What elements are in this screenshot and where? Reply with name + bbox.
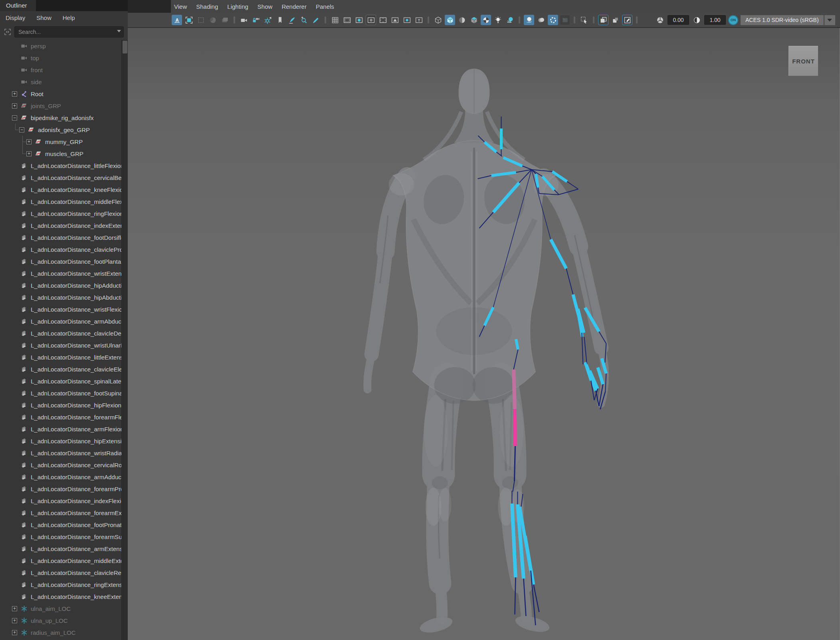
image-plane-icon[interactable] <box>560 15 570 25</box>
outliner-row[interactable]: L_adnLocatorDistance_armAdduction1 <box>0 471 121 483</box>
viewport-menu-show[interactable]: Show <box>258 3 273 10</box>
viewport-menu-view[interactable]: View <box>174 3 187 10</box>
viewport-canvas[interactable]: FRONT <box>128 28 840 640</box>
grid-icon[interactable] <box>330 15 340 25</box>
outliner-row[interactable]: L_adnLocatorDistance_hipAdduction1 <box>0 279 121 291</box>
outliner-row[interactable]: L_adnLocatorDistance_littleExtension1 <box>0 351 121 363</box>
sphere-half-icon[interactable] <box>457 15 467 25</box>
camera-gear-icon[interactable] <box>263 15 273 25</box>
colorspace-dropdown-arrow-icon[interactable] <box>824 15 835 25</box>
outliner-scrollbar[interactable] <box>121 40 128 640</box>
outliner-row[interactable]: L_adnLocatorDistance_clavicleProtraction… <box>0 243 121 255</box>
outliner-row[interactable]: top <box>0 52 121 64</box>
exposure-input[interactable] <box>668 15 689 25</box>
viewport-menu-lighting[interactable]: Lighting <box>227 3 248 10</box>
safe-title-icon[interactable]: T <box>414 15 424 25</box>
outliner-row[interactable]: L_adnLocatorDistance_kneeFlexion1 <box>0 184 121 196</box>
outliner-row[interactable]: L_adnLocatorDistance_clavicleRetraction1 <box>0 567 121 579</box>
image-stack-icon[interactable] <box>220 15 230 25</box>
collapse-icon[interactable]: − <box>12 115 17 120</box>
outliner-row[interactable]: +mummy_GRP <box>0 136 121 148</box>
shadow-sphere-icon[interactable] <box>524 15 534 25</box>
blur-spheres-icon[interactable] <box>536 15 546 25</box>
sphere-checker-icon[interactable] <box>481 15 491 25</box>
outliner-row[interactable]: +joints_GRP <box>0 100 121 112</box>
outliner-row[interactable]: L_adnLocatorDistance_forearmSupination1 <box>0 531 121 543</box>
expand-icon[interactable]: + <box>12 630 17 635</box>
select-cursor-icon[interactable] <box>579 15 589 25</box>
scene-3d[interactable] <box>128 28 840 640</box>
outliner-menu-show[interactable]: Show <box>36 14 52 21</box>
outliner-row[interactable]: L_adnLocatorDistance_wristUlnarDeviation… <box>0 339 121 351</box>
outliner-row[interactable]: +ulna_aim_LOC <box>0 602 121 614</box>
outliner-row[interactable]: L_adnLocatorDistance_ringFlexion1 <box>0 207 121 219</box>
outliner-row[interactable]: L_adnLocatorDistance_footPronation1 <box>0 519 121 531</box>
outliner-row[interactable]: L_adnLocatorDistance_spinalLateralFlexio… <box>0 375 121 387</box>
quill-icon[interactable] <box>287 15 297 25</box>
overlap-squares-icon[interactable] <box>610 15 620 25</box>
camera-lock-icon[interactable] <box>251 15 261 25</box>
outliner-row[interactable]: L_adnLocatorDistance_hipExtension1 <box>0 435 121 447</box>
outliner-menu-help[interactable]: Help <box>63 14 75 21</box>
cube-textured-icon[interactable] <box>469 15 479 25</box>
outliner-row[interactable]: +muscles_GRP <box>0 148 121 160</box>
outliner-row[interactable]: L_adnLocatorDistance_wristRadialDeviatio… <box>0 447 121 459</box>
gate-mask-icon[interactable] <box>366 15 376 25</box>
muscle-body[interactable] <box>367 69 605 636</box>
outliner-row[interactable]: L_adnLocatorDistance_wristFlexion1 <box>0 303 121 315</box>
outliner-row[interactable]: L_adnLocatorDistance_middleExtension11 <box>0 555 121 567</box>
viewport-menu-shading[interactable]: Shading <box>196 3 218 10</box>
outliner-scrollbar-thumb[interactable] <box>123 41 127 53</box>
motion-sphere-icon[interactable] <box>505 15 515 25</box>
viewport-menu-panels[interactable]: Panels <box>316 3 334 10</box>
outliner-tree[interactable]: persptopfrontside+Root+joints_GRP−bipedm… <box>0 40 128 640</box>
outliner-row[interactable]: L_adnLocatorDistance_wristExtension1 <box>0 267 121 279</box>
film-gate-icon[interactable] <box>342 15 352 25</box>
contrast-input[interactable] <box>704 15 726 25</box>
expand-icon[interactable]: + <box>12 618 17 623</box>
outliner-row[interactable]: L_adnLocatorDistance_armExtension1 <box>0 543 121 555</box>
outliner-row[interactable]: L_adnLocatorDistance_clavicleElevation1 <box>0 363 121 375</box>
bookmark-icon[interactable] <box>275 15 285 25</box>
outliner-row[interactable]: L_adnLocatorDistance_armFlexion1 <box>0 423 121 435</box>
field-chart-icon[interactable] <box>378 15 388 25</box>
outliner-row[interactable]: L_adnLocatorDistance_cervicalBending1 <box>0 172 121 184</box>
zoom-select-icon[interactable] <box>299 15 309 25</box>
outliner-row[interactable]: L_adnLocatorDistance_armAbduction1 <box>0 315 121 327</box>
expand-icon[interactable]: + <box>12 103 17 109</box>
color-management-on-toggle[interactable]: ON <box>728 15 738 25</box>
collapse-icon[interactable]: − <box>19 127 24 132</box>
outliner-menu-display[interactable]: Display <box>6 14 25 21</box>
viewport-menu-renderer[interactable]: Renderer <box>281 3 307 10</box>
outliner-row[interactable]: side <box>0 76 121 88</box>
res-gate-icon[interactable] <box>354 15 364 25</box>
outliner-tab[interactable]: Outliner <box>0 0 36 11</box>
ao-ring-icon[interactable] <box>548 15 558 25</box>
pencil-icon[interactable] <box>311 15 321 25</box>
outliner-row[interactable]: L_adnLocatorDistance_littleFlexion1 <box>0 160 121 172</box>
exposure-icon[interactable] <box>655 15 665 25</box>
safe-action-icon[interactable] <box>402 15 412 25</box>
expand-icon[interactable]: + <box>26 139 32 144</box>
expand-icon[interactable]: + <box>26 151 32 156</box>
outliner-row[interactable]: L_adnLocatorDistance_hipAbduction1 <box>0 291 121 303</box>
outliner-row[interactable]: persp <box>0 40 121 52</box>
outliner-row[interactable]: L_adnLocatorDistance_indexExtension1 <box>0 219 121 231</box>
outliner-row[interactable]: L_adnLocatorDistance_indexFlexion1 <box>0 495 121 507</box>
outliner-row[interactable]: L_adnLocatorDistance_middleFlexion1 <box>0 196 121 207</box>
viewcube-front-face[interactable]: FRONT <box>788 46 818 76</box>
pen-square-icon[interactable] <box>622 15 632 25</box>
outliner-row[interactable]: L_adnLocatorDistance_forearmFlexion1 <box>0 411 121 423</box>
outliner-row[interactable]: L_adnLocatorDistance_cervicalRotation1 <box>0 459 121 471</box>
guide-triangle-icon[interactable] <box>390 15 400 25</box>
dashed-square-icon[interactable] <box>196 15 206 25</box>
cube-wire-icon[interactable] <box>433 15 443 25</box>
colorspace-dropdown[interactable]: ACES 1.0 SDR-video (sRGB) <box>741 15 824 25</box>
light-bulb-icon[interactable] <box>493 15 503 25</box>
pie-sphere-icon[interactable] <box>208 15 218 25</box>
outliner-row[interactable]: L_adnLocatorDistance_forearmPronation1 <box>0 483 121 495</box>
contrast-icon[interactable] <box>691 15 702 25</box>
outliner-row[interactable]: L_adnLocatorDistance_footDorsiflexion1 <box>0 231 121 243</box>
outliner-row[interactable]: L_adnLocatorDistance_forearmExtension1 <box>0 507 121 519</box>
a-book-icon[interactable]: A <box>172 15 182 25</box>
